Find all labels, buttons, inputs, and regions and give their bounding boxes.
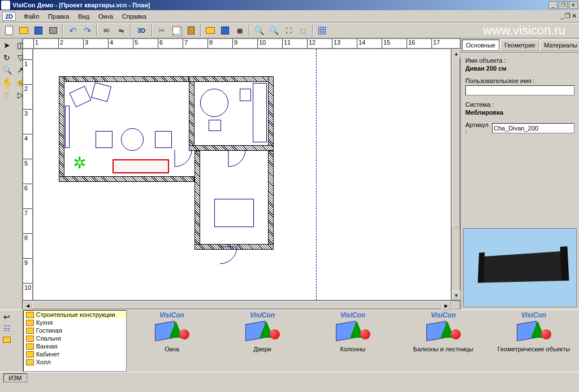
tab-geometry[interactable]: Геометрия (500, 40, 539, 51)
wall[interactable] (59, 76, 64, 181)
import-button[interactable] (218, 24, 232, 37)
horizontal-scrollbar[interactable]: ◀ ▶ (23, 300, 460, 310)
lib-tree-button[interactable]: ☷ (1, 323, 12, 334)
tv-unit[interactable] (65, 106, 70, 148)
folder-icon (26, 336, 34, 342)
lib-back-button[interactable]: ↩ (1, 311, 12, 323)
redo-button[interactable]: ↷ (80, 24, 94, 37)
close-button[interactable]: ✕ (569, 1, 578, 9)
wall[interactable] (268, 151, 274, 250)
category-tree[interactable]: Строительные конструкции Кухня Гостиная … (23, 310, 127, 372)
mdi-minimize-button[interactable]: _ (560, 12, 564, 20)
zoom-fit-button[interactable]: ⛶ (282, 24, 295, 37)
menu-windows[interactable]: Окна (94, 12, 118, 21)
status-mode: ИЗМ (3, 373, 27, 382)
snapshot-button[interactable]: ▦ (233, 24, 247, 37)
round-table[interactable] (121, 128, 144, 151)
print-button[interactable] (46, 24, 60, 37)
tree-item[interactable]: Ванная (24, 342, 126, 350)
mode-3d-button[interactable]: 3D (133, 25, 149, 36)
tree-item[interactable]: Гостиная (24, 326, 126, 334)
wall[interactable] (189, 76, 274, 82)
tree-item[interactable]: Строительные конструкции (24, 311, 126, 319)
separator (312, 24, 313, 37)
tab-basic[interactable]: Основные (462, 40, 499, 51)
rotate-button[interactable]: 90 (100, 24, 113, 37)
zoom-in-button[interactable]: 🔍 (252, 24, 266, 37)
library-item-columns[interactable]: VisiCon Колонны (313, 312, 392, 352)
mdi-close-button[interactable]: ✕ (572, 12, 577, 20)
wall-tool[interactable]: ▯ (1, 89, 12, 101)
library-shortcuts: ↩ ☷ (0, 310, 23, 372)
undo-button[interactable]: ↶ (66, 24, 79, 37)
scroll-up-button[interactable]: ▲ (452, 49, 461, 58)
folder-icon (26, 359, 34, 365)
tab-materials[interactable]: Материалы (540, 40, 579, 51)
tree-item[interactable]: Спальня (24, 334, 126, 342)
drawing-canvas[interactable]: ✲ (33, 49, 451, 300)
library-item-balconies[interactable]: VisiCon Балконы и лестницы (404, 312, 483, 352)
library-item-windows[interactable]: VisiCon Окна (132, 312, 211, 352)
library-panel: ↩ ☷ Строительные конструкции Кухня Гости… (0, 310, 579, 372)
scroll-down-button[interactable]: ▼ (452, 291, 461, 300)
main-toolbar: ↶ ↷ 90 ⇋ 3D ✂ ▦ 🔍 🔍 ⛶ ⬚ www.visicon.ru (0, 23, 579, 38)
folder-icon (26, 320, 34, 326)
armchair[interactable] (155, 131, 172, 148)
mdi-maximize-button[interactable]: ❐ (565, 12, 571, 20)
armchair[interactable] (69, 86, 91, 107)
menu-help[interactable]: Справка (118, 12, 151, 21)
chair[interactable] (240, 89, 251, 101)
zoom-in-icon: 🔍 (254, 26, 264, 35)
lib-folder-button[interactable] (1, 334, 12, 345)
library-item-geometry[interactable]: VisiCon Геометрические объекты (494, 312, 573, 352)
scroll-thumb[interactable] (452, 58, 460, 228)
zoom-out-button[interactable]: 🔍 (267, 24, 280, 37)
minimize-button[interactable]: _ (548, 1, 558, 9)
grid-button[interactable] (316, 24, 329, 37)
export-button[interactable] (204, 24, 217, 37)
library-item-doors[interactable]: VisiCon Двери (223, 312, 302, 352)
wall[interactable] (268, 76, 274, 150)
system-label: Система : (465, 101, 574, 108)
menu-file[interactable]: Файл (19, 12, 44, 21)
round-table[interactable] (200, 89, 228, 117)
vertical-scrollbar[interactable]: ▲ ▼ (451, 49, 460, 300)
scroll-right-button[interactable]: ▶ (442, 301, 451, 310)
tree-item[interactable]: Кабинет (24, 350, 126, 358)
rotate-tool[interactable]: ↻ (1, 52, 12, 63)
bed[interactable] (214, 199, 254, 227)
wall[interactable] (189, 76, 195, 150)
pointer-tool[interactable]: ➤ (1, 40, 12, 51)
user-name-input[interactable] (465, 85, 574, 95)
open-button[interactable] (17, 24, 31, 37)
armchair[interactable] (96, 131, 113, 148)
separator (62, 24, 63, 37)
wall[interactable] (59, 76, 189, 82)
menu-edit[interactable]: Правка (44, 12, 74, 21)
new-button[interactable] (2, 24, 16, 37)
cut-button[interactable]: ✂ (155, 24, 168, 37)
zoom-tool[interactable]: 🔍 (1, 64, 12, 76)
armchair[interactable] (91, 82, 111, 102)
save-button[interactable] (32, 24, 45, 37)
paste-button[interactable] (184, 24, 198, 37)
sofa-selected[interactable] (113, 159, 169, 173)
cabinet[interactable] (253, 83, 267, 142)
import-icon (221, 27, 229, 34)
pan-tool[interactable]: ✋ (1, 77, 12, 88)
canvas-area: 1 2 3 4 5 6 7 8 9 10 11 12 13 14 15 16 1… (23, 38, 460, 310)
article-input[interactable] (492, 123, 574, 133)
zoom-sel-button[interactable]: ⬚ (296, 24, 310, 37)
mode-2d-indicator[interactable]: 2D (2, 12, 16, 21)
scroll-thumb[interactable] (32, 301, 442, 309)
menu-view[interactable]: Вид (74, 12, 94, 21)
chair[interactable] (209, 120, 221, 131)
copy-button[interactable] (170, 24, 183, 37)
tree-item[interactable]: Кухня (24, 319, 126, 326)
flip-button[interactable]: ⇋ (114, 24, 128, 37)
maximize-button[interactable]: ❐ (559, 1, 568, 9)
wall[interactable] (195, 151, 200, 250)
plant[interactable]: ✲ (73, 154, 86, 172)
scroll-left-button[interactable]: ◀ (23, 301, 32, 310)
tree-item[interactable]: Холл (24, 358, 126, 366)
